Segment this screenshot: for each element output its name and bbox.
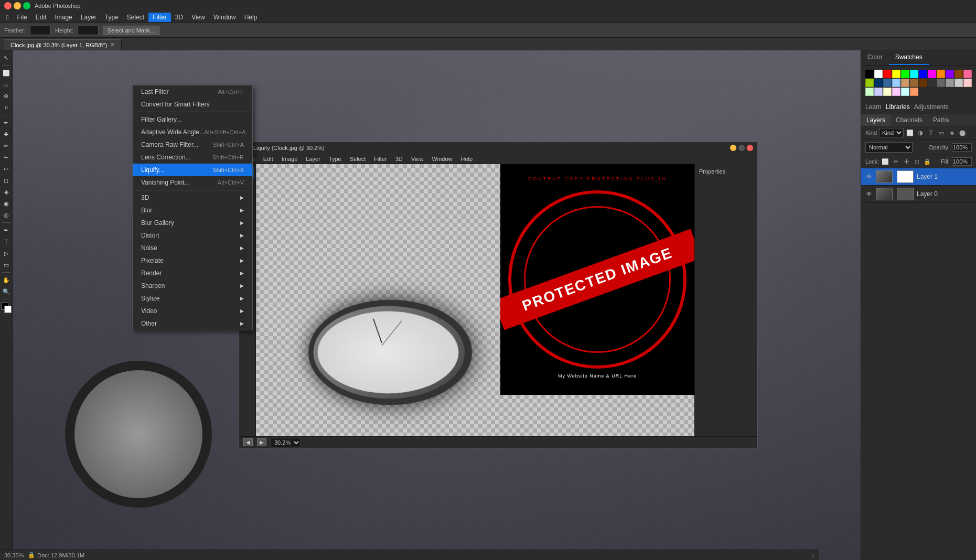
menu-image[interactable]: Image — [50, 13, 76, 22]
swatch-dark-brown[interactable] — [919, 79, 927, 87]
liquify-maximize-btn[interactable] — [738, 145, 745, 151]
menu-video[interactable]: Video — [133, 305, 252, 317]
liquify-close-btn[interactable] — [747, 145, 753, 151]
swatch-very-light-gray[interactable] — [954, 79, 963, 87]
pen-tool[interactable]: ✒ — [1, 225, 12, 235]
swatch-green[interactable] — [901, 70, 909, 78]
subtab-learn[interactable]: Learn — [865, 102, 882, 112]
liq-menu-edit[interactable]: Edit — [259, 155, 277, 163]
swatch-sienna[interactable] — [910, 79, 918, 87]
text-tool[interactable]: T — [1, 236, 12, 247]
menu-3d[interactable]: 3D — [171, 13, 187, 22]
crop-tool[interactable]: ⌗ — [1, 102, 12, 113]
liq-menu-layer[interactable]: Layer — [302, 155, 325, 163]
liq-menu-filter[interactable]: Filter — [370, 155, 391, 163]
gradient-tool[interactable]: ◈ — [1, 187, 12, 197]
swatch-black[interactable] — [865, 70, 874, 78]
menu-liquify[interactable]: Liquify... Shift+Ctrl+X — [133, 164, 252, 176]
layer0-visibility-icon[interactable]: 👁 — [865, 190, 873, 198]
kind-select[interactable]: Kind — [879, 128, 904, 137]
close-button[interactable] — [4, 2, 12, 9]
layer-type-pixel-icon[interactable]: ⬜ — [906, 128, 914, 137]
subtab-adjustments[interactable]: Adjustments — [914, 102, 949, 112]
swatch-light-cyan[interactable] — [901, 88, 909, 96]
menu-convert-smart-filters[interactable]: Convert for Smart Filters — [133, 98, 252, 111]
menu-distort[interactable]: Distort — [133, 229, 252, 242]
menu-other[interactable]: Other — [133, 317, 252, 330]
swatch-light-purple[interactable] — [892, 88, 900, 96]
swatch-light-gray[interactable] — [946, 79, 954, 87]
swatch-steel-blue[interactable] — [883, 79, 892, 87]
tab-channels[interactable]: Channels — [891, 114, 928, 126]
menu-blur[interactable]: Blur — [133, 204, 252, 217]
select-mask-button[interactable]: Select and Mask... — [103, 26, 160, 35]
feather-input[interactable] — [30, 26, 51, 35]
eyedropper-tool[interactable]: ✒ — [1, 117, 12, 128]
swatch-cyan[interactable] — [910, 70, 918, 78]
swatch-salmon[interactable] — [910, 88, 918, 96]
lock-all-icon[interactable]: 🔒 — [923, 157, 931, 166]
blend-mode-select[interactable]: Normal Multiply Screen Overlay — [865, 142, 913, 153]
swatch-magenta[interactable] — [928, 70, 936, 78]
fill-input[interactable] — [952, 157, 972, 166]
foreground-color[interactable] — [1, 303, 12, 313]
menu-lens-correction[interactable]: Lens Correction... Shift+Ctrl+R — [133, 151, 252, 164]
layer-type-shape-icon[interactable]: ▭ — [937, 128, 946, 137]
menu-pixelate[interactable]: Pixelate — [133, 254, 252, 267]
menu-edit[interactable]: Edit — [31, 13, 51, 22]
layer-type-smart-icon[interactable]: ◈ — [948, 128, 956, 137]
layer-item-layer1[interactable]: 👁 Layer 1 — [861, 168, 976, 186]
menu-file[interactable]: File — [13, 13, 31, 22]
swatch-pink[interactable] — [963, 70, 972, 78]
tab-color[interactable]: Color — [861, 50, 889, 65]
menu-camera-raw[interactable]: Camera Raw Filter... Shift+Ctrl+A — [133, 138, 252, 151]
menu-3d[interactable]: 3D — [133, 191, 252, 204]
lock-image-pixels-icon[interactable]: ✏ — [892, 157, 900, 166]
menu-window[interactable]: Window — [209, 13, 240, 22]
lasso-tool[interactable]: ⌓ — [1, 79, 12, 90]
layer-item-layer0[interactable]: 👁 Layer 0 — [861, 186, 976, 203]
layer-filter-icon[interactable]: ⬤ — [958, 128, 967, 137]
menu-sharpen[interactable]: Sharpen — [133, 279, 252, 292]
heal-tool[interactable]: ✚ — [1, 129, 12, 139]
swatch-navy[interactable] — [874, 79, 883, 87]
menu-last-filter[interactable]: Last Filter Alt+Ctrl+F — [133, 85, 252, 98]
swatch-mid-gray[interactable] — [937, 79, 945, 87]
menu-noise[interactable]: Noise — [133, 242, 252, 254]
menu-ps[interactable]:  — [2, 13, 13, 22]
eraser-tool[interactable]: ◻ — [1, 175, 12, 186]
tab-close-icon[interactable]: ✕ — [110, 41, 115, 48]
swatch-purple[interactable] — [946, 70, 954, 78]
tab-paths[interactable]: Paths — [928, 114, 954, 126]
liq-menu-3d[interactable]: 3D — [391, 155, 407, 163]
menu-select[interactable]: Select — [123, 13, 148, 22]
menu-render[interactable]: Render — [133, 267, 252, 279]
clone-tool[interactable]: ✁ — [1, 152, 12, 163]
lock-artboard-icon[interactable]: ◻ — [913, 157, 921, 166]
tab-swatches[interactable]: Swatches — [889, 50, 929, 65]
liq-page-prev-btn[interactable]: ◀ — [243, 438, 253, 446]
menu-vanishing-point[interactable]: Vanishing Point... Alt+Ctrl+V — [133, 176, 252, 189]
liq-menu-select[interactable]: Select — [346, 155, 370, 163]
menu-blur-gallery[interactable]: Blur Gallery — [133, 217, 252, 229]
menu-view[interactable]: View — [187, 13, 209, 22]
blur-tool[interactable]: ◉ — [1, 198, 12, 209]
swatch-orange[interactable] — [937, 70, 945, 78]
dodge-tool[interactable]: ◎ — [1, 210, 12, 220]
menu-layer[interactable]: Layer — [77, 13, 101, 22]
shape-tool[interactable]: ▭ — [1, 260, 12, 270]
path-tool[interactable]: ▷ — [1, 248, 12, 259]
move-tool[interactable]: ↖ — [1, 52, 12, 63]
lock-position-icon[interactable]: ✛ — [902, 157, 910, 166]
swatch-lime[interactable] — [865, 79, 874, 87]
liquify-zoom-select[interactable]: 30.2% 25% 50% 100% — [271, 438, 301, 447]
subtab-libraries[interactable]: Libraries — [886, 102, 910, 112]
layer-type-adjust-icon[interactable]: ◑ — [916, 128, 925, 137]
height-input[interactable] — [78, 26, 99, 35]
liq-menu-view[interactable]: View — [407, 155, 428, 163]
layer-type-text-icon[interactable]: T — [927, 128, 935, 137]
menu-stylize[interactable]: Stylize — [133, 292, 252, 305]
swatch-tan[interactable] — [901, 79, 909, 87]
menu-filter-gallery[interactable]: Filter Gallery... — [133, 113, 252, 126]
swatch-blue[interactable] — [919, 70, 927, 78]
